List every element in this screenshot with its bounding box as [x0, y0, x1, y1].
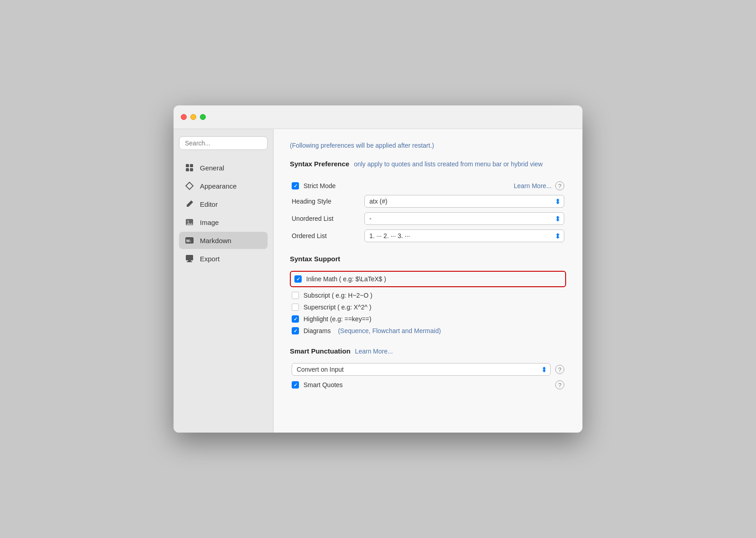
export-icon: [184, 254, 194, 264]
sidebar-item-markdown[interactable]: M↓ Markdown: [179, 232, 268, 249]
smart-quotes-help-icon[interactable]: ?: [555, 380, 564, 389]
smart-quotes-checkbox[interactable]: [292, 381, 299, 389]
svg-text:M↓: M↓: [186, 239, 192, 243]
image-icon: [184, 217, 194, 227]
minimize-button[interactable]: [190, 114, 196, 120]
sidebar-item-label: Export: [200, 255, 219, 263]
subscript-row: Subscript ( e.g: H~2~O ): [290, 292, 566, 299]
traffic-lights: [181, 114, 206, 120]
diamond-icon: [184, 181, 194, 191]
content-area: General Appearance Editor: [174, 129, 582, 433]
convert-help-icon[interactable]: ?: [555, 365, 564, 374]
diagrams-label: Diagrams: [303, 327, 331, 334]
convert-on-input-row: Convert on Input ⬍ ?: [290, 363, 566, 376]
strict-mode-learn-more-link[interactable]: Learn More...: [514, 182, 552, 189]
strict-mode-row: Strict Mode Learn More... ?: [290, 181, 566, 190]
diagrams-checkbox[interactable]: [292, 327, 299, 334]
sidebar-item-editor[interactable]: Editor: [179, 195, 268, 213]
syntax-preference-subtitle: only apply to quotes and lists created f…: [354, 160, 543, 168]
heading-style-label: Heading Style: [292, 198, 364, 205]
sidebar: General Appearance Editor: [174, 129, 274, 433]
smart-punctuation-title: Smart Punctuation: [290, 347, 350, 355]
highlight-row: Highlight (e.g: ==key==): [290, 315, 566, 323]
convert-select[interactable]: Convert on Input: [292, 363, 551, 376]
superscript-label: Superscript ( e.g: X^2^ ): [303, 304, 371, 311]
pencil-icon: [184, 199, 194, 209]
svg-rect-10: [186, 255, 193, 260]
title-bar: [174, 105, 582, 129]
subscript-checkbox[interactable]: [292, 292, 299, 299]
sidebar-item-appearance[interactable]: Appearance: [179, 177, 268, 194]
strict-mode-checkbox[interactable]: [292, 182, 299, 189]
strict-mode-label: Strict Mode: [303, 182, 514, 189]
close-button[interactable]: [181, 114, 187, 120]
svg-rect-3: [190, 168, 193, 171]
search-input[interactable]: [179, 136, 268, 150]
maximize-button[interactable]: [200, 114, 206, 120]
syntax-preference-header: Syntax Preference only apply to quotes a…: [290, 160, 566, 175]
ordered-list-select[interactable]: 1. ··· 2. ··· 3. ···: [364, 229, 564, 242]
unordered-list-label: Unordered List: [292, 215, 364, 222]
smart-punctuation-section: Smart Punctuation Learn More... Convert …: [290, 347, 566, 389]
unordered-list-select-wrapper: - ⬍: [364, 212, 564, 225]
diagrams-row: Diagrams (Sequence, Flowchart and Mermai…: [290, 327, 566, 334]
sidebar-item-general[interactable]: General: [179, 159, 268, 176]
sidebar-item-label: Appearance: [200, 182, 237, 190]
inline-math-checkbox[interactable]: [294, 275, 302, 283]
inline-math-row: Inline Math ( e.g: $\LaTeX$ ): [290, 271, 566, 287]
superscript-checkbox[interactable]: [292, 304, 299, 311]
sidebar-item-label: Editor: [200, 200, 218, 208]
markdown-icon: M↓: [184, 235, 194, 245]
sidebar-item-label: Markdown: [200, 237, 231, 244]
smart-punctuation-learn-more-link[interactable]: Learn More...: [355, 348, 393, 355]
highlight-label: Highlight (e.g: ==key==): [303, 315, 371, 323]
syntax-support-header: Syntax Support: [290, 255, 566, 264]
smart-quotes-label: Smart Quotes: [303, 381, 343, 389]
svg-rect-2: [186, 168, 189, 171]
svg-rect-11: [187, 261, 192, 262]
sidebar-item-export[interactable]: Export: [179, 250, 268, 267]
strict-mode-help-icon[interactable]: ?: [555, 181, 564, 190]
subscript-label: Subscript ( e.g: H~2~O ): [303, 292, 373, 299]
ordered-list-select-wrapper: 1. ··· 2. ··· 3. ··· ⬍: [364, 229, 564, 242]
inline-math-label: Inline Math ( e.g: $\LaTeX$ ): [306, 275, 386, 283]
smart-quotes-row: Smart Quotes ?: [290, 380, 566, 389]
sidebar-item-label: Image: [200, 219, 219, 226]
syntax-support-title: Syntax Support: [290, 255, 340, 263]
superscript-row: Superscript ( e.g: X^2^ ): [290, 304, 566, 311]
sidebar-item-label: General: [200, 164, 224, 172]
heading-style-select[interactable]: atx (#): [364, 195, 564, 208]
svg-point-6: [187, 220, 189, 222]
heading-style-select-wrapper: atx (#) ⬍: [364, 195, 564, 208]
syntax-preference-title: Syntax Preference: [290, 160, 349, 168]
svg-marker-4: [186, 182, 193, 189]
grid-icon: [184, 163, 194, 173]
highlight-checkbox[interactable]: [292, 315, 299, 323]
ordered-list-row: Ordered List 1. ··· 2. ··· 3. ··· ⬍: [290, 229, 566, 242]
syntax-support-section: Syntax Support Inline Math ( e.g: $\LaTe…: [290, 255, 566, 334]
restart-notice: (Following preferences will be applied a…: [290, 142, 566, 149]
convert-select-wrapper: Convert on Input ⬍: [292, 363, 551, 376]
smart-punctuation-header: Smart Punctuation Learn More...: [290, 347, 566, 357]
syntax-preference-section: Syntax Preference only apply to quotes a…: [290, 160, 566, 242]
ordered-list-label: Ordered List: [292, 232, 364, 239]
unordered-list-row: Unordered List - ⬍: [290, 212, 566, 225]
preferences-window: General Appearance Editor: [174, 105, 582, 433]
svg-rect-0: [186, 164, 189, 167]
svg-rect-1: [190, 164, 193, 167]
diagrams-sublabel: (Sequence, Flowchart and Mermaid): [338, 327, 441, 334]
heading-style-row: Heading Style atx (#) ⬍: [290, 195, 566, 208]
unordered-list-select[interactable]: -: [364, 212, 564, 225]
main-content: (Following preferences will be applied a…: [274, 129, 582, 433]
svg-rect-12: [188, 260, 191, 261]
sidebar-item-image[interactable]: Image: [179, 214, 268, 231]
